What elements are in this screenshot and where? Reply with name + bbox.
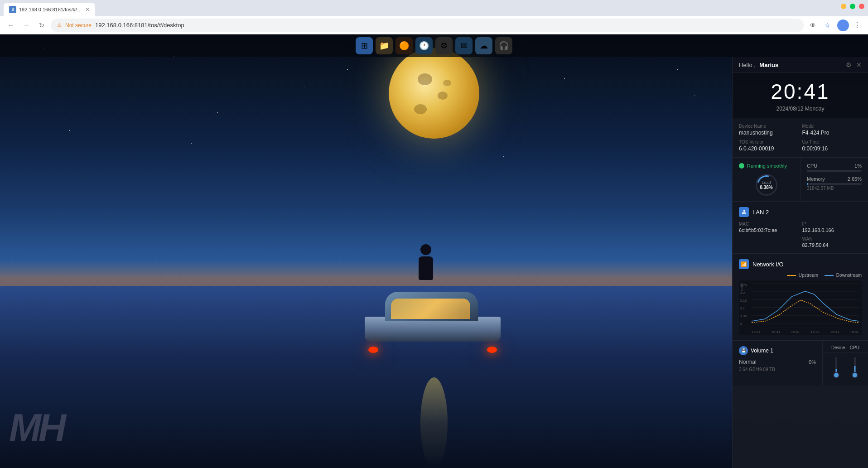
netio-chart-container: MB/s 0.25 0.2 0.15 0.1 0.05 0 <box>739 280 862 335</box>
device-thermometer <box>832 356 841 379</box>
cpu-resource-header: CPU 1% <box>807 163 862 169</box>
hello-text: Hello , <box>739 62 756 68</box>
hello-clock-section: Hello , Marius ⚙ ✕ 20:41 2024/08/12 Mond… <box>733 57 868 118</box>
taskbar: ⊞ 📁 🟠 🕐 ⚙ ✉ ☁ 🎧 <box>0 34 868 57</box>
taskbar-icon-headphones[interactable]: 🎧 <box>495 37 512 54</box>
headlight-left <box>368 347 378 353</box>
taskbar-icon-cloud[interactable]: ☁ <box>475 37 492 54</box>
address-bar[interactable]: ⚠ Not secure 192.168.0.166:8181/tos/#/de… <box>51 19 804 32</box>
network-interface-name: LAN 2 <box>752 209 769 216</box>
browser-tab-active[interactable]: 🖥 192.168.0.166:8181/tos/#/desktop ✕ <box>4 3 95 16</box>
y-label-5: 0 <box>740 322 747 326</box>
y-label-3: 0.1 <box>740 306 747 310</box>
moon-crater-3 <box>414 104 427 114</box>
bottom-widgets: 💾 Volume 1 Normal 0% 3.64 GB/49.09 TB De… <box>733 341 868 386</box>
ip-label: IP <box>802 222 862 227</box>
taskbar-icon-mail[interactable]: ✉ <box>455 37 473 54</box>
volume-header: 💾 Volume 1 <box>739 346 816 355</box>
bookmark-button[interactable]: ☆ <box>821 19 834 32</box>
y-label-0: 0.25 <box>740 283 747 287</box>
uptime-item: Up Time 0:00:09:16 <box>802 140 862 152</box>
cpu-resource: CPU 1% <box>807 163 862 172</box>
hello-action-buttons: ⚙ ✕ <box>846 61 862 68</box>
maximize-button[interactable] <box>850 4 855 9</box>
logo-watermark: MH <box>9 405 63 450</box>
status-green-dot <box>739 163 744 169</box>
taskbar-icon-files[interactable]: ⊞ <box>356 37 373 54</box>
network-icon: 🖧 <box>739 207 749 217</box>
memory-resource-header: Memory 2.65% <box>807 176 862 182</box>
status-running-label: Running smoothly <box>747 163 787 169</box>
tab-close-button[interactable]: ✕ <box>85 6 90 13</box>
volume-size: 3.64 GB/49.09 TB <box>739 367 816 372</box>
wan-item: WAN 82.79.50.64 <box>802 236 862 248</box>
moon-crater-2 <box>438 92 448 100</box>
security-label: Not secure <box>65 22 92 29</box>
wan-label: WAN <box>802 236 862 241</box>
close-widget-button[interactable]: ✕ <box>856 61 862 68</box>
uptime-value: 0:00:09:16 <box>802 145 862 152</box>
y-label-2: 0.15 <box>740 299 747 303</box>
device-info-section: Device Name manushosting Model F4-424 Pr… <box>733 118 868 158</box>
moon-crater-1 <box>418 73 432 85</box>
thermometers <box>823 352 868 382</box>
nav-reload-button[interactable]: ↻ <box>35 19 48 32</box>
network-section: 🖧 LAN 2 MAC 6c:bf:b5:03:7c:ae IP 192.168… <box>733 202 868 254</box>
car-scene <box>365 303 501 355</box>
tos-version-label: TOS Version <box>739 140 799 145</box>
wan-value: 82.79.50.64 <box>802 242 862 248</box>
browser-toolbar: ← → ↻ ⚠ Not secure 192.168.0.166:8181/to… <box>0 16 868 34</box>
url-text: 192.168.0.166:8181/tos/#/desktop <box>95 22 184 29</box>
cpu-temp-label: CPU <box>850 345 859 350</box>
taskbar-icon-settings[interactable]: ⚙ <box>435 37 453 54</box>
reader-mode-button[interactable]: 👁 <box>806 19 819 32</box>
volume-icon: 💾 <box>739 346 748 355</box>
svg-point-9 <box>834 373 839 377</box>
cpu-bar-bg <box>807 170 862 172</box>
netio-icon: 📶 <box>739 259 749 269</box>
device-name-label: Device Name <box>739 124 799 129</box>
person-torso <box>419 256 433 280</box>
hello-row: Hello , Marius ⚙ ✕ <box>733 57 868 73</box>
nav-back-button[interactable]: ← <box>5 19 17 32</box>
taskbar-icon-clock[interactable]: 🕐 <box>415 37 433 54</box>
taskbar-icon-app[interactable]: 🟠 <box>395 37 413 54</box>
netio-header: 📶 Network I/O <box>739 259 862 269</box>
tab-bar: 🖥 192.168.0.166:8181/tos/#/desktop ✕ <box>0 0 868 16</box>
car-windshield <box>391 299 470 319</box>
mac-item: MAC 6c:bf:b5:03:7c:ae <box>739 222 799 233</box>
tos-version-value: 6.0.420-00019 <box>739 145 799 152</box>
minimize-button[interactable] <box>841 4 846 9</box>
volume-percent: 0% <box>809 359 816 365</box>
model-value: F4-424 Pro <box>802 130 862 136</box>
memory-label: Memory <box>807 176 825 182</box>
browser-chrome: 🖥 192.168.0.166:8181/tos/#/desktop ✕ ← →… <box>0 0 868 34</box>
volume-title: Volume 1 <box>751 347 773 354</box>
temp-header: Device CPU <box>823 341 868 352</box>
netio-legend: Upstream Downstream <box>739 273 862 278</box>
menu-button[interactable]: ⋮ <box>851 19 863 32</box>
person-silhouette <box>417 244 435 283</box>
device-name-value: manushosting <box>739 130 799 136</box>
volume-widget: 💾 Volume 1 Normal 0% 3.64 GB/49.09 TB <box>733 341 823 386</box>
mac-label: MAC <box>739 222 799 227</box>
x-axis-labels: 15:41 15:41 15:41 15:41 15:41 15:41 <box>752 330 859 334</box>
y-label-4: 0.05 <box>740 314 747 318</box>
model-item: Model F4-424 Pro <box>802 124 862 136</box>
nav-forward-button[interactable]: → <box>20 19 33 32</box>
browser-action-area: 👁 ☆ ⋮ <box>806 19 863 32</box>
model-label: Model <box>802 124 862 129</box>
profile-avatar[interactable] <box>837 19 849 31</box>
settings-widget-button[interactable]: ⚙ <box>846 61 852 68</box>
memory-percent: 2.65% <box>848 176 862 182</box>
car-body <box>365 317 501 355</box>
moon-crater-4 <box>443 80 451 86</box>
cpu-bar-fill <box>807 170 807 172</box>
volume-status: Normal <box>739 359 757 365</box>
close-button[interactable] <box>859 4 864 9</box>
netio-svg-chart <box>752 283 859 323</box>
window-controls <box>841 4 864 9</box>
taskbar-icon-folder[interactable]: 📁 <box>376 37 393 54</box>
widget-panel: Hello , Marius ⚙ ✕ 20:41 2024/08/12 Mond… <box>732 57 868 468</box>
clock-section: 20:41 2024/08/12 Monday <box>733 73 868 118</box>
